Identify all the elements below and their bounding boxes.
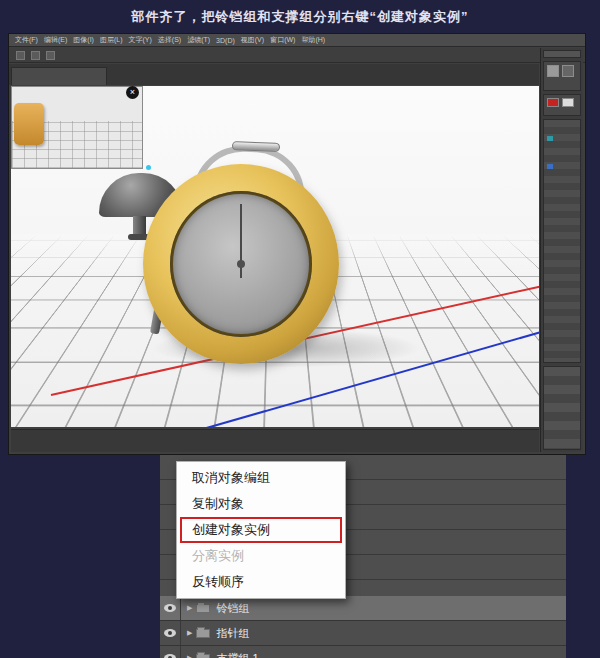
eye-icon[interactable]: [164, 654, 176, 658]
tool-icon[interactable]: [46, 51, 55, 60]
menu-item-window[interactable]: 窗口(W): [270, 35, 295, 45]
tool-icon[interactable]: [16, 51, 25, 60]
tutorial-image: 部件齐了，把铃铛组和支撑组分别右键“创建对象实例” 文件(F) 编辑(E) 图像…: [0, 0, 600, 658]
menu-item-filter[interactable]: 滤镜(T): [187, 35, 210, 45]
thumbnail-icon[interactable]: [547, 65, 559, 77]
menu-item-image[interactable]: 图像(I): [73, 35, 94, 45]
menu-item-separate-instance: 分离实例: [177, 543, 345, 569]
eye-icon[interactable]: [164, 629, 176, 637]
menu-item-help[interactable]: 帮助(H): [301, 35, 325, 45]
eye-icon[interactable]: [164, 604, 176, 612]
panel-tab-strip[interactable]: [543, 50, 581, 58]
menu-item-edit[interactable]: 编辑(E): [44, 35, 67, 45]
layer-color-chip: [547, 136, 553, 141]
layer-row-bell-group[interactable]: ▶ 铃铛组: [160, 596, 566, 621]
panel-3d-scene-list[interactable]: [543, 366, 581, 450]
clock-handle-grip: [232, 141, 280, 152]
menu-item-reverse-order[interactable]: 反转顺序: [177, 569, 345, 595]
folder-icon: [196, 604, 210, 613]
visibility-cell[interactable]: [160, 596, 181, 620]
menu-item-ungroup-objects[interactable]: 取消对象编组: [177, 465, 345, 491]
expand-triangle-icon[interactable]: ▶: [187, 629, 192, 637]
photoshop-window: 文件(F) 编辑(E) 图像(I) 图层(L) 文字(Y) 选择(S) 滤镜(T…: [8, 33, 586, 455]
layer-row-label[interactable]: 支撑组 1: [216, 651, 258, 658]
menu-item-create-instance[interactable]: 创建对象实例: [177, 517, 345, 543]
menu-item-select[interactable]: 选择(S): [158, 35, 181, 45]
visibility-cell[interactable]: [160, 646, 181, 658]
menu-item-3d[interactable]: 3D(D): [216, 37, 235, 44]
panel-layer-list[interactable]: [543, 119, 581, 363]
panel-thumbnails[interactable]: [543, 61, 581, 91]
thumbnail-icon[interactable]: [562, 65, 574, 77]
menu-item-layer[interactable]: 图层(L): [100, 35, 123, 45]
expand-triangle-icon[interactable]: ▶: [187, 604, 192, 612]
layer-row-support-group[interactable]: ▶ 支撑组 1: [160, 646, 566, 658]
options-bar: [9, 48, 585, 63]
caption-text: 部件齐了，把铃铛组和支撑组分别右键“创建对象实例”: [0, 8, 600, 26]
panel-swatches[interactable]: [543, 94, 581, 116]
secondary-view-window[interactable]: ×: [11, 86, 143, 169]
menu-item-file[interactable]: 文件(F): [15, 35, 38, 45]
document-tab[interactable]: [11, 67, 107, 85]
bell-stem: [133, 216, 146, 235]
menu-item-type[interactable]: 文字(Y): [128, 35, 151, 45]
folder-icon: [196, 654, 210, 658]
status-bar: [11, 429, 539, 452]
3d-widget-dot: [146, 165, 151, 170]
document-tab-bar: [9, 64, 539, 85]
highlight-box: [180, 517, 342, 543]
secondary-view-object: [14, 103, 44, 145]
context-menu: 取消对象编组 复制对象 创建对象实例 分离实例 反转顺序: [176, 461, 346, 599]
grey-swatch[interactable]: [562, 98, 574, 107]
clock-center-hub: [237, 260, 245, 268]
layer-row-label[interactable]: 铃铛组: [216, 601, 249, 616]
menu-item-view[interactable]: 视图(V): [241, 35, 264, 45]
layer-row-pointer-group[interactable]: ▶ 指针组: [160, 621, 566, 646]
expand-triangle-icon[interactable]: ▶: [187, 654, 192, 658]
visibility-cell[interactable]: [160, 621, 181, 645]
menu-item-duplicate-object[interactable]: 复制对象: [177, 491, 345, 517]
menu-bar: 文件(F) 编辑(E) 图像(I) 图层(L) 文字(Y) 选择(S) 滤镜(T…: [9, 34, 585, 47]
close-icon[interactable]: ×: [126, 86, 139, 99]
folder-icon: [196, 629, 210, 638]
red-swatch[interactable]: [547, 98, 559, 107]
3d-viewport[interactable]: ×: [11, 86, 539, 427]
tool-icon[interactable]: [31, 51, 40, 60]
layer-row-label[interactable]: 指针组: [216, 626, 249, 641]
layer-color-chip: [547, 164, 553, 169]
right-panel-dock: [540, 48, 583, 452]
